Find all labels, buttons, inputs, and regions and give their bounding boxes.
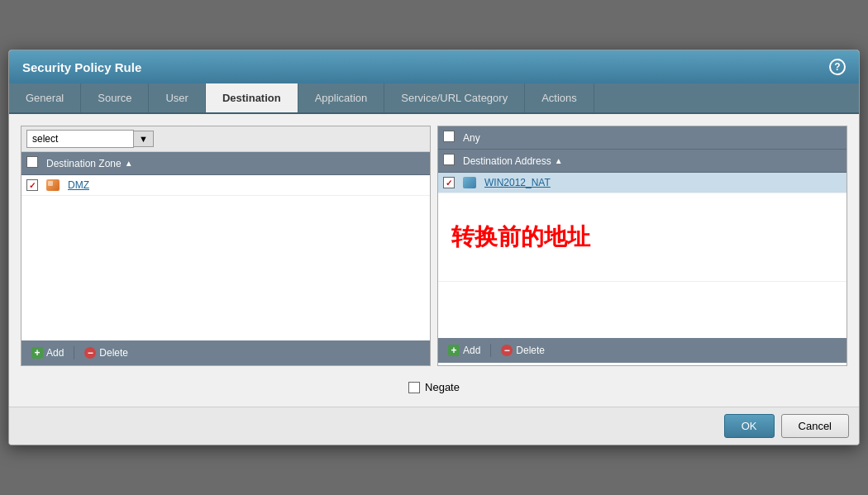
zone-all-checkbox[interactable] bbox=[26, 156, 38, 168]
address-add-icon: + bbox=[448, 345, 460, 356]
address-delete-icon: − bbox=[501, 345, 513, 356]
tab-source[interactable]: Source bbox=[81, 83, 149, 112]
zone-delete-btn[interactable]: − Delete bbox=[81, 345, 131, 360]
address-footer-sep bbox=[490, 344, 491, 357]
address-item-label[interactable]: WIN2012_NAT bbox=[484, 177, 551, 188]
ok-button[interactable]: OK bbox=[724, 414, 775, 438]
any-checkbox[interactable] bbox=[443, 131, 455, 142]
cancel-button[interactable]: Cancel bbox=[781, 414, 849, 438]
zone-select-dropdown[interactable]: ▼ bbox=[134, 131, 154, 147]
security-policy-dialog: Security Policy Rule ? General Source Us… bbox=[8, 50, 860, 445]
address-icon bbox=[463, 177, 476, 188]
dialog-body: ▼ Destination Zone ▲ ✓ bbox=[9, 114, 859, 407]
zone-footer: + Add − Delete bbox=[21, 340, 430, 365]
any-label: Any bbox=[463, 132, 480, 144]
zone-sort-arrow[interactable]: ▲ bbox=[125, 159, 133, 168]
negate-row: Negate bbox=[17, 376, 851, 398]
address-add-btn[interactable]: + Add bbox=[445, 343, 484, 358]
address-sort-arrow[interactable]: ▲ bbox=[555, 156, 563, 165]
zone-add-label: Add bbox=[46, 347, 64, 359]
zone-list-item: ✓ DMZ bbox=[21, 175, 430, 196]
address-delete-label: Delete bbox=[516, 345, 545, 356]
help-icon[interactable]: ? bbox=[829, 59, 846, 75]
tab-bar: General Source User Destination Applicat… bbox=[9, 83, 859, 114]
address-list-item: ✓ WIN2012_NAT bbox=[438, 173, 847, 193]
tab-user[interactable]: User bbox=[149, 83, 205, 112]
destination-address-panel: Any Destination Address ▲ ✓ bbox=[437, 126, 847, 366]
zone-toolbar: ▼ bbox=[21, 126, 430, 152]
address-header: Destination Address ▲ bbox=[438, 150, 847, 173]
zone-header: Destination Zone ▲ bbox=[21, 152, 430, 175]
zone-add-icon: + bbox=[31, 347, 43, 359]
tab-actions[interactable]: Actions bbox=[525, 83, 594, 112]
address-delete-btn[interactable]: − Delete bbox=[498, 343, 548, 358]
overlay-row: 转换前的地址 bbox=[438, 193, 847, 282]
address-list: ✓ WIN2012_NAT 转换前的地址 bbox=[438, 173, 847, 338]
zone-add-btn[interactable]: + Add bbox=[28, 345, 67, 360]
address-header-label: Destination Address bbox=[463, 155, 551, 167]
zone-item-checkbox[interactable]: ✓ bbox=[26, 179, 38, 191]
tab-service-url[interactable]: Service/URL Category bbox=[384, 83, 525, 112]
zone-header-label: Destination Zone bbox=[46, 158, 122, 169]
destination-zone-panel: ▼ Destination Zone ▲ ✓ bbox=[21, 126, 431, 366]
dialog-title: Security Policy Rule bbox=[22, 60, 141, 74]
zone-select-input[interactable] bbox=[26, 130, 134, 148]
tab-application[interactable]: Application bbox=[298, 83, 385, 112]
zone-delete-label: Delete bbox=[99, 347, 128, 359]
dialog-header: Security Policy Rule ? bbox=[9, 50, 859, 83]
any-row: Any bbox=[438, 126, 847, 150]
address-add-label: Add bbox=[463, 345, 480, 356]
zone-list: ✓ DMZ bbox=[21, 175, 430, 340]
address-all-checkbox[interactable] bbox=[443, 154, 455, 165]
panels-row: ▼ Destination Zone ▲ ✓ bbox=[17, 122, 851, 369]
zone-delete-icon: − bbox=[84, 347, 96, 359]
zone-footer-sep bbox=[74, 346, 74, 359]
overlay-text: 转换前的地址 bbox=[443, 197, 599, 278]
tab-destination[interactable]: Destination bbox=[206, 83, 298, 112]
tab-general[interactable]: General bbox=[9, 83, 81, 112]
zone-item-label[interactable]: DMZ bbox=[68, 179, 89, 191]
address-footer: + Add − Delete bbox=[438, 338, 847, 363]
negate-checkbox[interactable] bbox=[408, 382, 420, 393]
dialog-footer: OK Cancel bbox=[9, 407, 859, 445]
zone-icon bbox=[46, 179, 60, 191]
negate-label: Negate bbox=[425, 381, 460, 393]
address-item-checkbox[interactable]: ✓ bbox=[443, 177, 455, 188]
